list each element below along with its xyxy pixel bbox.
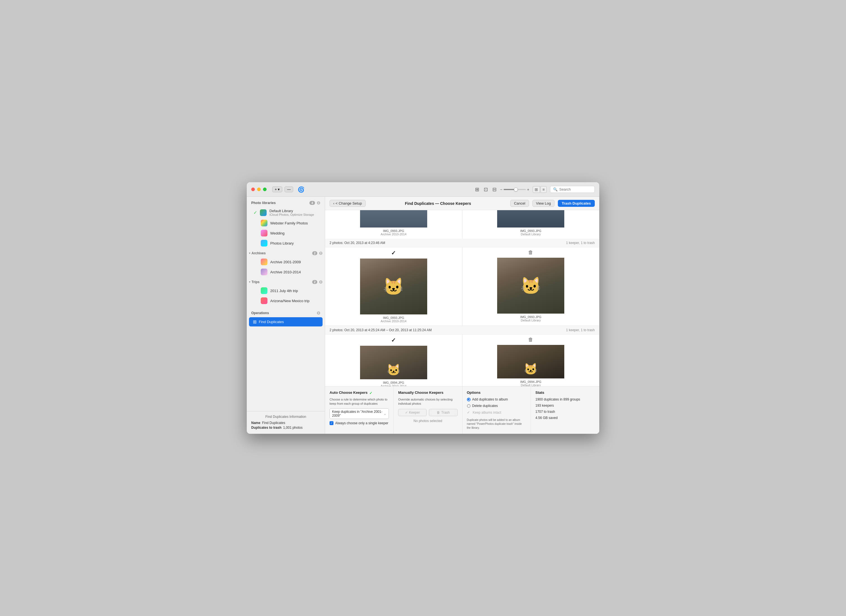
trip1-text: 2011 July 4th trip [270,289,318,293]
grid-icon[interactable]: ⊞ [475,186,479,192]
auto-title-row: Auto Choose Keepers ✓ [330,390,389,396]
trash-icon-right[interactable]: 🗑 [528,249,533,255]
list-view-button[interactable]: ≡ [540,186,547,193]
group-2-photo-left: ✓ 🐱 IMG_0994.JPG Archive 2010-2014 [325,334,462,386]
panel-toolbar: ‹ < Change Setup Find Duplicates — Choos… [325,197,599,210]
titlebar-right: ⊞ ⊡ ⊟ − + ⊞ ≡ 🔍 [475,186,595,193]
group-1-date: 2 photos: Oct 20, 2013 at 4:23:46 AM [330,241,385,245]
operations-add-icon[interactable]: ⊖ [317,310,320,315]
photoslib-name: Photos Library [270,241,318,245]
app-icon: 🌀 [298,186,305,193]
sidebar-item-trip2[interactable]: Arizona/New Mexico trip [249,296,322,306]
grid-view-button[interactable]: ⊞ [533,186,540,193]
partial-photo-cell-right: IMG_0993.JPG Default Library [462,210,600,239]
share-icon[interactable]: ⊡ [484,186,488,192]
sidebar-item-photoslib[interactable]: Photos Library [249,238,322,248]
option-note: Duplicate photos will be added to an alb… [467,418,526,430]
trip1-name: 2011 July 4th trip [270,289,318,293]
wedding-library-icon [261,230,268,236]
zoom-in-button[interactable]: + [527,187,529,192]
libraries-badge: 4 [309,201,315,205]
archive1-icon [261,258,268,265]
option-2-radio[interactable] [467,404,471,408]
photo-scroll-area[interactable]: IMG_0993.JPG Archive 2010-2014 IMG_0993.… [325,210,599,386]
option-3-label: Keep albums intact [473,411,501,415]
maximize-button[interactable] [263,188,266,191]
group-2-library-left: Archive 2010-2014 [381,384,406,386]
zoom-thumb [514,188,518,191]
info-dup-key: Duplicates to trash [251,426,281,430]
close-button[interactable] [251,188,255,191]
sidebar-item-webster[interactable]: Webster Family Photos [249,218,322,228]
group-1-filename-left: IMG_0993.JPG [383,316,404,320]
trip1-icon [261,287,268,294]
manual-keepers-section: Manually Choose Keepers Override automat… [394,387,462,434]
libraries-add-icon[interactable]: ⊖ [317,200,320,205]
group-1-photos-row: ✓ IMG_0993.JPG Archive 2010-2014 🗑 [325,247,599,326]
search-input[interactable] [559,187,592,191]
sidebar-item-wedding[interactable]: Wedding [249,228,322,238]
group-2-thumb-left[interactable]: 🐱 [360,346,427,379]
keeper-checkmark-left[interactable]: ✓ [391,249,396,256]
group-1-thumb-left[interactable] [360,258,427,314]
option-1-radio[interactable] [467,398,471,401]
trips-add-icon[interactable]: ⊖ [319,279,322,285]
auto-checkbox[interactable]: ✓ [330,421,334,425]
zoom-out-button[interactable]: − [500,187,502,192]
find-duplicates-button[interactable]: ⊞ Find Duplicates [249,317,322,326]
trips-badge: 2 [312,280,317,284]
group-2-thumb-right[interactable]: 🐱 [497,345,564,378]
minimize-window-button[interactable]: — [284,186,293,192]
partial-library-left: Archive 2010-2014 [381,233,406,236]
partial-photo-left [360,210,427,227]
archive1-text: Archive 2001-2009 [270,260,318,264]
auto-checkbox-row[interactable]: ✓ Always choose only a single keeper [330,421,389,425]
libraries-header: Photo libraries 4 ⊖ [247,197,325,207]
archives-collapse-arrow[interactable]: ▾ [249,252,250,255]
trips-collapse-arrow[interactable]: ▾ [249,280,250,283]
view-log-button[interactable]: View Log [533,200,555,207]
minimize-button[interactable] [257,188,261,191]
trip2-text: Arizona/New Mexico trip [270,299,318,303]
sidebar-item-trip1[interactable]: 2011 July 4th trip [249,286,322,296]
auto-keepers-dropdown[interactable]: Keep duplicates in "Archive 2001-2009" ⌄ [330,408,389,419]
operations-title: Operations [251,311,269,315]
sidebar-item-archive2[interactable]: Archive 2010-2014 [249,267,322,277]
partial-filename-right: IMG_0993.JPG [520,229,541,233]
info-dup-val: 1,001 photos [283,426,302,430]
titlebar-controls: + ▾ — [272,186,293,192]
info-name-key: Name [251,421,260,425]
zoom-slider[interactable] [503,189,526,190]
display-icon[interactable]: ⊟ [492,186,497,192]
trash-button[interactable]: 🗑 Trash [429,409,458,416]
change-setup-button[interactable]: ‹ < Change Setup [330,200,366,207]
keeper-button[interactable]: ✓ Keeper [398,409,427,416]
toolbar-icons: ⊞ ⊡ ⊟ [475,186,497,192]
search-box[interactable]: 🔍 [550,186,595,193]
group-2-photos-row: ✓ 🐱 IMG_0994.JPG Archive 2010-2014 🗑 [325,334,599,386]
dropdown-arrow-icon: ⌄ [384,412,386,416]
group-1-count: 1 keeper, 1 to trash [566,241,595,245]
cat-partial-right: 🐱 [524,362,538,375]
group-1-thumb-right[interactable] [497,258,564,314]
main-window: + ▾ — 🌀 ⊞ ⊡ ⊟ − + ⊞ ≡ 🔍 [247,182,599,434]
add-button[interactable]: + ▾ [272,186,282,192]
cancel-button[interactable]: Cancel [510,200,529,207]
right-panel: ‹ < Change Setup Find Duplicates — Choos… [325,197,599,434]
trash-duplicates-button[interactable]: Trash Duplicates [558,200,595,207]
trash-icon-2-right[interactable]: 🗑 [528,337,533,343]
wedding-library-text: Wedding [270,231,318,235]
keeper-check-icon: ✓ [405,411,408,415]
stat-1: 1900 duplicates in 899 groups [536,397,595,401]
sidebar-info: Find Duplicates Information Name Find Du… [247,411,325,434]
find-duplicates-icon: ⊞ [253,319,256,324]
group-1-filename-right: IMG_0993.JPG [520,315,541,318]
info-name-row: Name Find Duplicates [251,421,320,425]
partial-photo-right [497,210,564,227]
archives-add-icon[interactable]: ⊖ [319,251,322,256]
group-1-photo-right: 🗑 IMG_0993.JPG Default Library [462,247,600,326]
sidebar-item-archive1[interactable]: Archive 2001-2009 [249,257,322,267]
sidebar-item-default-library[interactable]: ✓ Default Library iCloud Photos, Optimiz… [249,207,322,218]
keeper-checkmark-2-left[interactable]: ✓ [391,337,396,343]
search-icon: 🔍 [553,187,558,191]
